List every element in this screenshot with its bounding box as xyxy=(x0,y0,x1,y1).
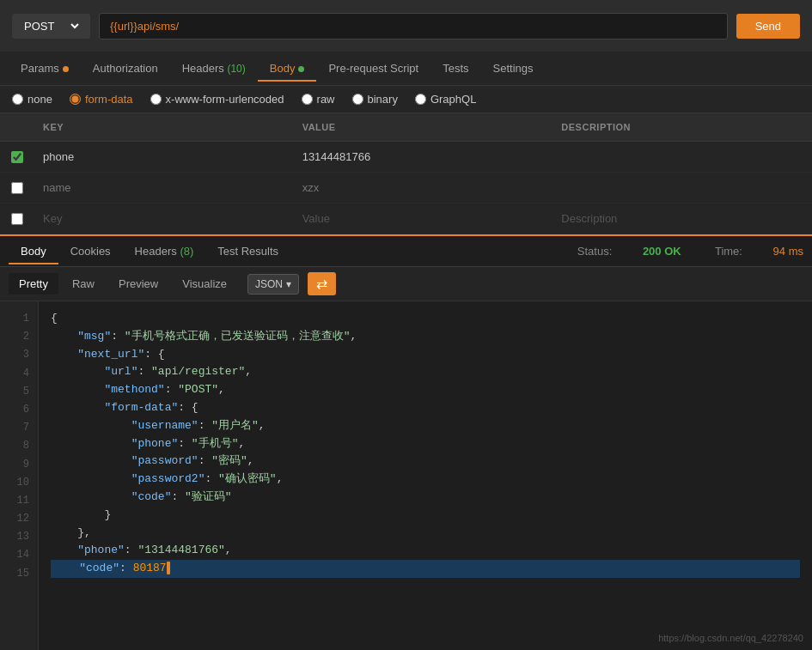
tab-body[interactable]: Body xyxy=(258,55,317,82)
table-row: Key Value Description xyxy=(0,204,812,234)
form-table: KEY VALUE DESCRIPTION phone 13144481766 … xyxy=(0,113,812,234)
radio-graphql[interactable]: GraphQL xyxy=(415,93,476,106)
tab-authorization[interactable]: Authorization xyxy=(81,55,170,82)
response-tabs: Body Cookies Headers (8) Test Results St… xyxy=(0,234,812,267)
view-tab-pretty[interactable]: Pretty xyxy=(9,273,58,295)
table-row: name xzx xyxy=(0,173,812,204)
method-dropdown[interactable]: POST GET PUT DELETE xyxy=(12,14,90,39)
row1-description xyxy=(553,153,812,161)
status-label: Status: xyxy=(577,245,612,258)
col-key: KEY xyxy=(34,118,294,136)
body-type-row: none form-data x-www-form-urlencoded raw… xyxy=(0,86,812,113)
line-numbers: 123456789101112131415 xyxy=(0,301,39,650)
status-area: Status: 200 OK Time: 94 ms xyxy=(577,245,803,258)
tab-params[interactable]: Params xyxy=(9,55,81,82)
resp-tab-body[interactable]: Body xyxy=(9,238,58,264)
radio-x-www-form-urlencoded[interactable]: x-www-form-urlencoded xyxy=(150,93,284,106)
row2-value: xzx xyxy=(294,177,553,198)
request-tabs: Params Authorization Headers (10) Body P… xyxy=(0,52,812,86)
format-dropdown[interactable]: JSON ▾ xyxy=(247,274,299,295)
url-input[interactable] xyxy=(99,13,728,39)
row1-key: phone xyxy=(34,146,294,167)
row3-checkbox-cell xyxy=(0,213,34,225)
row3-key-placeholder: Key xyxy=(34,208,294,229)
time-label: Time: xyxy=(715,245,742,258)
view-tab-visualize[interactable]: Visualize xyxy=(172,273,237,295)
status-value: 200 OK xyxy=(643,245,681,258)
col-description: DESCRIPTION xyxy=(553,118,812,136)
view-tabs-row: Pretty Raw Preview Visualize JSON ▾ ⇄ xyxy=(0,267,812,301)
row1-checkbox-cell xyxy=(0,151,34,163)
url-bar: POST GET PUT DELETE Send xyxy=(0,0,812,52)
form-table-header: KEY VALUE DESCRIPTION xyxy=(0,113,812,142)
wrap-button[interactable]: ⇄ xyxy=(308,272,336,295)
table-row: phone 13144481766 xyxy=(0,142,812,173)
resp-tab-headers[interactable]: Headers (8) xyxy=(123,238,206,264)
footer-link[interactable]: https://blog.csdn.net/qq_42278240 xyxy=(658,633,803,643)
body-dot xyxy=(298,66,304,72)
col-checkbox xyxy=(0,118,34,136)
row3-description-placeholder: Description xyxy=(553,208,812,229)
tab-tests[interactable]: Tests xyxy=(430,55,480,82)
tab-settings[interactable]: Settings xyxy=(481,55,546,82)
method-select-input[interactable]: POST GET PUT DELETE xyxy=(21,19,82,33)
row2-description xyxy=(553,184,812,192)
view-tab-preview[interactable]: Preview xyxy=(108,273,168,295)
row2-checkbox-cell xyxy=(0,182,34,194)
radio-form-data[interactable]: form-data xyxy=(70,93,133,106)
radio-none[interactable]: none xyxy=(12,93,52,106)
row1-value: 13144481766 xyxy=(294,146,553,167)
row2-key: name xyxy=(34,177,294,198)
row1-checkbox[interactable] xyxy=(11,151,23,163)
row3-checkbox[interactable] xyxy=(11,213,23,225)
tab-pre-request-script[interactable]: Pre-request Script xyxy=(316,55,430,82)
params-dot xyxy=(63,66,69,72)
row3-value-placeholder: Value xyxy=(294,208,553,229)
resp-tab-cookies[interactable]: Cookies xyxy=(58,238,123,264)
resp-tab-test-results[interactable]: Test Results xyxy=(205,238,290,264)
time-value: 94 ms xyxy=(773,245,803,258)
radio-raw[interactable]: raw xyxy=(302,93,335,106)
send-button[interactable]: Send xyxy=(736,14,800,39)
view-tab-raw[interactable]: Raw xyxy=(62,273,105,295)
col-value: VALUE xyxy=(294,118,553,136)
code-content: { "msg": "手机号格式正确，已发送验证码，注意查收", "next_ur… xyxy=(39,301,812,650)
radio-binary[interactable]: binary xyxy=(352,93,398,106)
tab-headers[interactable]: Headers (10) xyxy=(170,55,258,82)
row2-checkbox[interactable] xyxy=(11,182,23,194)
code-area: 123456789101112131415 { "msg": "手机号格式正确，… xyxy=(0,301,812,650)
